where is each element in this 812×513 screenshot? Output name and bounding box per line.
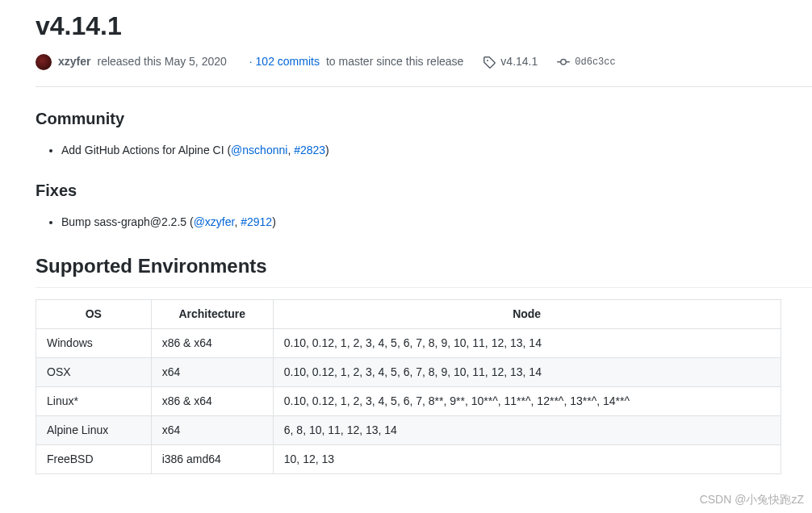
cell-node: 0.10, 0.12, 1, 2, 3, 4, 5, 6, 7, 8, 9, 1… bbox=[273, 329, 781, 358]
table-row: Alpine Linux x64 6, 8, 10, 11, 12, 13, 1… bbox=[36, 416, 781, 445]
cell-os: Linux* bbox=[36, 387, 152, 416]
tag-group[interactable]: v4.14.1 bbox=[483, 53, 538, 70]
list-item: Bump sass-graph@2.2.5 (@xzyfer, #2912) bbox=[61, 214, 812, 231]
author-link[interactable]: xzyfer bbox=[58, 53, 90, 70]
released-text: released this May 5, 2020 bbox=[97, 53, 226, 70]
cell-arch: i386 amd64 bbox=[151, 445, 273, 474]
fixes-heading: Fixes bbox=[36, 178, 812, 202]
commit-icon bbox=[557, 56, 570, 69]
footnote: *Linux support refers to Ubuntu, Debian,… bbox=[36, 486, 812, 487]
tag-label: v4.14.1 bbox=[500, 53, 538, 70]
cell-node: 0.10, 0.12, 1, 2, 3, 4, 5, 6, 7, 8, 9, 1… bbox=[273, 358, 781, 387]
avatar[interactable] bbox=[36, 54, 52, 70]
table-header-row: OS Architecture Node bbox=[36, 300, 781, 329]
col-node: Node bbox=[273, 300, 781, 329]
cell-arch: x64 bbox=[151, 358, 273, 387]
cell-arch: x64 bbox=[151, 416, 273, 445]
community-list: Add GitHub Actions for Alpine CI (@nscho… bbox=[36, 142, 812, 159]
cell-node: 10, 12, 13 bbox=[273, 445, 781, 474]
list-item: Add GitHub Actions for Alpine CI (@nscho… bbox=[61, 142, 812, 159]
cell-arch: x86 & x64 bbox=[151, 329, 273, 358]
cell-node: 6, 8, 10, 11, 12, 13, 14 bbox=[273, 416, 781, 445]
col-arch: Architecture bbox=[151, 300, 273, 329]
community-heading: Community bbox=[36, 106, 812, 131]
issue-link[interactable]: #2823 bbox=[294, 144, 325, 156]
user-mention[interactable]: @xzyfer bbox=[194, 215, 235, 228]
cell-os: OSX bbox=[36, 358, 152, 387]
col-os: OS bbox=[36, 300, 152, 329]
cell-os: Alpine Linux bbox=[36, 416, 152, 445]
fixes-list: Bump sass-graph@2.2.5 (@xzyfer, #2912) bbox=[36, 214, 812, 231]
item-text: Add GitHub Actions for Alpine CI ( bbox=[61, 144, 231, 156]
user-mention[interactable]: @nschonni bbox=[231, 144, 287, 156]
release-meta: xzyfer released this May 5, 2020 · 102 c… bbox=[36, 53, 812, 87]
supported-heading: Supported Environments bbox=[36, 252, 812, 288]
cell-node: 0.10, 0.12, 1, 2, 3, 4, 5, 6, 7, 8**, 9*… bbox=[273, 387, 781, 416]
cell-os: FreeBSD bbox=[36, 445, 152, 474]
table-row: OSX x64 0.10, 0.12, 1, 2, 3, 4, 5, 6, 7,… bbox=[36, 358, 781, 387]
commit-sha: 0d6c3cc bbox=[575, 55, 615, 69]
table-row: Windows x86 & x64 0.10, 0.12, 1, 2, 3, 4… bbox=[36, 329, 781, 358]
commits-tail: to master since this release bbox=[326, 53, 463, 70]
commit-group[interactable]: 0d6c3cc bbox=[557, 55, 615, 69]
cell-arch: x86 & x64 bbox=[151, 387, 273, 416]
release-title: v4.14.1 bbox=[36, 6, 812, 45]
tag-icon bbox=[483, 56, 496, 69]
supported-table: OS Architecture Node Windows x86 & x64 0… bbox=[36, 299, 781, 474]
item-text: Bump sass-graph@2.2.5 ( bbox=[61, 215, 194, 228]
table-row: Linux* x86 & x64 0.10, 0.12, 1, 2, 3, 4,… bbox=[36, 387, 781, 416]
item-sep: , bbox=[287, 144, 294, 156]
cell-os: Windows bbox=[36, 329, 152, 358]
commits-link[interactable]: · 102 commits bbox=[249, 53, 320, 70]
item-suffix: ) bbox=[325, 144, 329, 156]
table-row: FreeBSD i386 amd64 10, 12, 13 bbox=[36, 445, 781, 474]
issue-link[interactable]: #2912 bbox=[241, 215, 272, 228]
item-suffix: ) bbox=[272, 215, 276, 228]
